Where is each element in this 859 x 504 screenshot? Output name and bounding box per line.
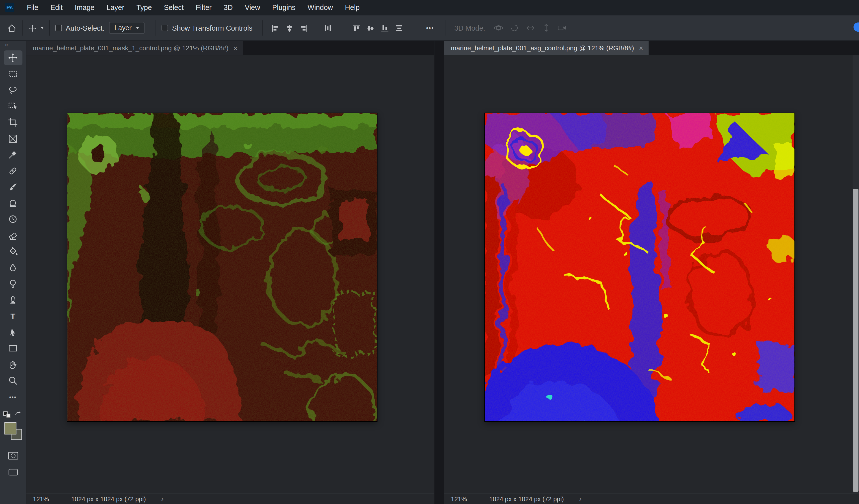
tool-preset-button[interactable] <box>28 24 44 32</box>
eraser-icon <box>8 230 18 241</box>
path-selection-tool[interactable] <box>0 324 26 340</box>
align-right-button[interactable] <box>297 21 311 35</box>
screen-mode-icon <box>7 467 18 477</box>
tool-bar: » <box>0 41 26 504</box>
marquee-icon <box>8 69 18 79</box>
canvas-image-asg[interactable] <box>485 113 794 421</box>
align-bottom-icon <box>381 24 389 32</box>
align-middle-vertical-button[interactable] <box>364 21 378 35</box>
paint-bucket-tool[interactable] <box>0 243 26 259</box>
close-icon[interactable]: × <box>233 45 238 52</box>
edit-toolbar-button[interactable]: ••• <box>0 389 26 405</box>
canvas-image-mask[interactable] <box>67 113 377 421</box>
vertical-scrollbar[interactable] <box>852 55 859 493</box>
tab-bar-right: marine_helmet_plate_001_asg_control.png … <box>444 41 859 55</box>
move-tool[interactable] <box>0 50 26 66</box>
menu-image[interactable]: Image <box>69 0 101 15</box>
separator <box>22 20 23 36</box>
menu-3d[interactable]: 3D <box>217 0 239 15</box>
align-left-button[interactable] <box>268 21 283 35</box>
separator <box>49 20 50 36</box>
menu-help[interactable]: Help <box>339 0 365 15</box>
zoom-level-field[interactable]: 121% <box>451 495 481 502</box>
menu-layer[interactable]: Layer <box>101 0 130 15</box>
document-tab-mask[interactable]: marine_helmet_plate_001_mask_1_control.p… <box>26 41 243 55</box>
auto-select-target-dropdown[interactable]: Layer <box>109 22 145 34</box>
clone-stamp-tool[interactable] <box>0 195 26 211</box>
3d-orbit-button[interactable] <box>491 21 507 35</box>
status-bar-right: 121% 1024 px x 1024 px (72 ppi) › <box>444 493 859 504</box>
toolbar-collapse-button[interactable]: » <box>0 41 26 50</box>
home-button[interactable] <box>6 23 17 33</box>
3d-camera-button[interactable] <box>554 21 570 35</box>
menu-select[interactable]: Select <box>158 0 190 15</box>
crop-tool[interactable] <box>0 114 26 130</box>
rectangle-icon <box>8 343 18 354</box>
pane-divider[interactable] <box>434 41 444 504</box>
eyedropper-tool[interactable] <box>0 146 26 163</box>
document-pane-asg: marine_helmet_plate_001_asg_control.png … <box>444 41 859 504</box>
frame-tool[interactable] <box>0 130 26 146</box>
mask-texture-artwork <box>67 113 377 421</box>
align-top-button[interactable] <box>349 21 364 35</box>
hand-tool[interactable] <box>0 357 26 373</box>
screen-mode-button[interactable] <box>0 465 26 479</box>
align-center-horizontal-button[interactable] <box>283 21 297 35</box>
separator <box>262 20 263 36</box>
show-transform-checkbox[interactable] <box>162 25 168 31</box>
brush-tool[interactable] <box>0 179 26 195</box>
3d-slide-button[interactable] <box>538 21 554 35</box>
history-brush-tool[interactable] <box>0 211 26 227</box>
object-selection-tool[interactable] <box>0 98 26 114</box>
pasteboard-left <box>26 55 435 493</box>
distribute-horizontal-icon <box>324 24 332 32</box>
document-dimensions: 1024 px x 1024 px (72 ppi) <box>71 495 146 502</box>
quick-mask-button[interactable] <box>0 449 26 463</box>
status-chevron-icon[interactable]: › <box>579 494 582 503</box>
3d-pan-button[interactable] <box>523 21 539 35</box>
blur-tool[interactable] <box>0 259 26 276</box>
menu-edit[interactable]: Edit <box>44 0 69 15</box>
align-bottom-button[interactable] <box>378 21 392 35</box>
menu-view[interactable]: View <box>239 0 266 15</box>
selection-arrow-icon <box>8 327 18 337</box>
3d-orbit-icon <box>494 23 503 33</box>
notification-dot[interactable] <box>854 22 859 32</box>
menu-filter[interactable]: Filter <box>190 0 217 15</box>
document-tab-asg[interactable]: marine_helmet_plate_001_asg_control.png … <box>444 41 649 55</box>
photoshop-window: Ps File Edit Image Layer Type Select Fil… <box>0 0 859 504</box>
menu-type[interactable]: Type <box>130 0 158 15</box>
document-dimensions: 1024 px x 1024 px (72 ppi) <box>489 495 564 502</box>
pen-tool[interactable] <box>0 292 26 308</box>
separator <box>445 20 446 36</box>
lasso-tool[interactable] <box>0 82 26 98</box>
dodge-tool[interactable] <box>0 276 26 292</box>
status-chevron-icon[interactable]: › <box>161 494 164 503</box>
menu-window[interactable]: Window <box>302 0 339 15</box>
quick-mask-icon <box>7 451 18 461</box>
more-align-options-button[interactable]: ••• <box>421 22 440 33</box>
distribute-horizontal-button[interactable] <box>321 21 335 35</box>
move-tool-icon <box>28 24 36 32</box>
color-swatches <box>3 421 23 441</box>
menu-plugins[interactable]: Plugins <box>266 0 302 15</box>
distribute-vertical-button[interactable] <box>392 21 406 35</box>
scrollbar-thumb[interactable] <box>853 189 859 492</box>
rectangle-tool[interactable] <box>0 340 26 357</box>
auto-select-checkbox[interactable] <box>55 25 62 31</box>
menu-file[interactable]: File <box>21 0 44 15</box>
foreground-color-swatch[interactable] <box>4 422 16 434</box>
zoom-tool[interactable] <box>0 373 26 389</box>
eraser-tool[interactable] <box>0 227 26 243</box>
swap-colors-icon[interactable] <box>14 410 21 418</box>
type-tool[interactable]: T <box>0 308 26 324</box>
close-icon[interactable]: × <box>639 45 643 52</box>
dodge-icon <box>8 279 18 289</box>
rectangular-marquee-tool[interactable] <box>0 66 26 82</box>
chevron-down-icon <box>136 27 139 29</box>
crop-icon <box>8 117 18 128</box>
3d-roll-button[interactable] <box>507 21 523 35</box>
3d-pan-icon <box>526 23 536 33</box>
zoom-level-field[interactable]: 121% <box>33 495 63 502</box>
spot-healing-brush-tool[interactable] <box>0 163 26 179</box>
